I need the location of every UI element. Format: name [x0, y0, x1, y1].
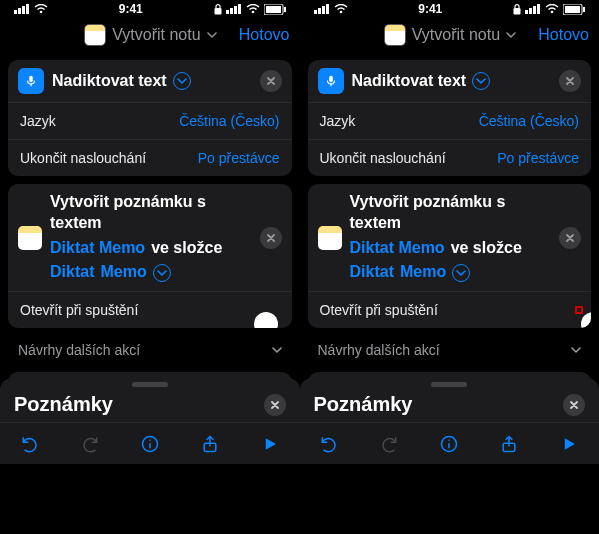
microphone-icon — [18, 68, 44, 94]
info-button[interactable] — [439, 434, 459, 454]
stop-listening-row[interactable]: Ukončit naslouchání Po přestávce — [8, 139, 292, 176]
collapse-toggle[interactable] — [173, 72, 191, 90]
svg-rect-22 — [322, 6, 325, 14]
undo-button[interactable] — [20, 434, 40, 454]
remove-action-button[interactable] — [559, 227, 581, 249]
status-time: 9:41 — [119, 2, 143, 16]
svg-rect-28 — [533, 6, 536, 14]
svg-rect-27 — [529, 8, 532, 14]
svg-point-4 — [40, 11, 43, 14]
sheet-drag-handle[interactable] — [431, 382, 467, 387]
notes-icon — [18, 226, 42, 250]
remove-action-button[interactable] — [260, 227, 282, 249]
svg-rect-3 — [26, 4, 29, 14]
svg-rect-25 — [514, 8, 521, 15]
svg-rect-20 — [314, 10, 317, 14]
status-bar: 9:41 — [300, 0, 600, 18]
note-name-token[interactable]: Diktat Memo — [350, 238, 445, 259]
collapse-toggle[interactable] — [472, 72, 490, 90]
svg-rect-34 — [329, 76, 333, 82]
share-button[interactable] — [200, 434, 220, 454]
folder-token-2[interactable]: Memo — [100, 262, 146, 283]
screen-right: 9:41 Vytvořit notu Hotovo Nadiktovat tex… — [300, 0, 600, 534]
nav-bar: Vytvořit notu Hotovo — [300, 18, 600, 52]
chevron-down-icon — [207, 30, 217, 40]
nav-bar: Vytvořit notu Hotovo — [0, 18, 300, 52]
redo-button[interactable] — [379, 434, 399, 454]
lock-icon — [513, 4, 521, 15]
sheet-title: Poznámky — [314, 393, 413, 416]
svg-point-18 — [149, 439, 151, 441]
folder-token-2[interactable]: Memo — [400, 262, 446, 283]
svg-rect-13 — [284, 7, 286, 12]
svg-rect-0 — [14, 10, 17, 14]
svg-rect-26 — [525, 10, 528, 14]
collapse-toggle[interactable] — [153, 264, 171, 282]
svg-rect-6 — [226, 10, 229, 14]
svg-point-24 — [339, 11, 342, 14]
notes-app-icon — [84, 24, 106, 46]
svg-point-38 — [448, 439, 450, 441]
create-note-action-card: Vytvořit poznámku s textem Diktat Memo v… — [8, 184, 292, 328]
share-button[interactable] — [499, 434, 519, 454]
svg-point-10 — [251, 11, 254, 14]
sheet-drag-handle[interactable] — [132, 382, 168, 387]
svg-rect-1 — [18, 8, 21, 14]
suggestions-header[interactable]: Návrhy dalších akcí — [308, 328, 592, 364]
svg-rect-8 — [234, 6, 237, 14]
redo-button[interactable] — [80, 434, 100, 454]
language-row[interactable]: Jazyk Čeština (Česko) — [308, 102, 592, 139]
svg-point-30 — [551, 11, 554, 14]
done-button[interactable]: Hotovo — [239, 26, 290, 44]
remove-action-button[interactable] — [559, 70, 581, 92]
done-button[interactable]: Hotovo — [538, 26, 589, 44]
svg-rect-12 — [266, 6, 281, 13]
bottom-toolbar — [300, 422, 600, 464]
language-row[interactable]: Jazyk Čeština (Česko) — [8, 102, 292, 139]
bottom-toolbar — [0, 422, 300, 464]
collapse-toggle[interactable] — [452, 264, 470, 282]
open-on-run-row: Otevřít při spuštění — [8, 291, 292, 328]
nav-title[interactable]: Vytvořit notu — [384, 24, 516, 46]
sheet-close-button[interactable] — [563, 394, 585, 416]
bottom-sheet[interactable]: Poznámky — [0, 378, 300, 464]
dictate-action-card: Nadiktovat text Jazyk Čeština (Česko) Uk… — [308, 60, 592, 176]
svg-rect-14 — [29, 76, 33, 82]
dictate-action-card: Nadiktovat text Jazyk Čeština (Česko) Uk… — [8, 60, 292, 176]
svg-rect-21 — [318, 8, 321, 14]
chevron-down-icon — [272, 342, 282, 358]
sheet-title: Poznámky — [14, 393, 113, 416]
status-time: 9:41 — [418, 2, 442, 16]
svg-rect-23 — [326, 4, 329, 14]
status-bar: 9:41 — [0, 0, 300, 18]
folder-token[interactable]: Diktat — [350, 262, 394, 283]
svg-rect-33 — [583, 7, 585, 12]
svg-rect-32 — [565, 6, 580, 13]
svg-rect-2 — [22, 6, 25, 14]
nav-title[interactable]: Vytvořit notu — [84, 24, 216, 46]
remove-action-button[interactable] — [260, 70, 282, 92]
play-button[interactable] — [260, 434, 280, 454]
notes-app-icon — [384, 24, 406, 46]
suggestions-header[interactable]: Návrhy dalších akcí — [8, 328, 292, 364]
svg-rect-29 — [537, 4, 540, 14]
undo-button[interactable] — [319, 434, 339, 454]
notes-icon — [318, 226, 342, 250]
microphone-icon — [318, 68, 344, 94]
play-button[interactable] — [559, 434, 579, 454]
stop-listening-row[interactable]: Ukončit naslouchání Po přestávce — [308, 139, 592, 176]
svg-rect-7 — [230, 8, 233, 14]
lock-icon — [214, 4, 222, 15]
create-note-action-card: Vytvořit poznámku s textem Diktat Memo v… — [308, 184, 592, 328]
sheet-close-button[interactable] — [264, 394, 286, 416]
folder-token[interactable]: Diktat — [50, 262, 94, 283]
chevron-down-icon — [571, 342, 581, 358]
open-on-run-row: Otevřít při spuštění — [308, 291, 592, 328]
svg-rect-9 — [238, 4, 241, 14]
bottom-sheet[interactable]: Poznámky — [300, 378, 600, 464]
screen-left: 9:41 Vytvořit notu Hotovo Nadiktovat tex… — [0, 0, 300, 534]
info-button[interactable] — [140, 434, 160, 454]
chevron-down-icon — [506, 30, 516, 40]
svg-rect-5 — [214, 8, 221, 15]
note-name-token[interactable]: Diktat Memo — [50, 238, 145, 259]
